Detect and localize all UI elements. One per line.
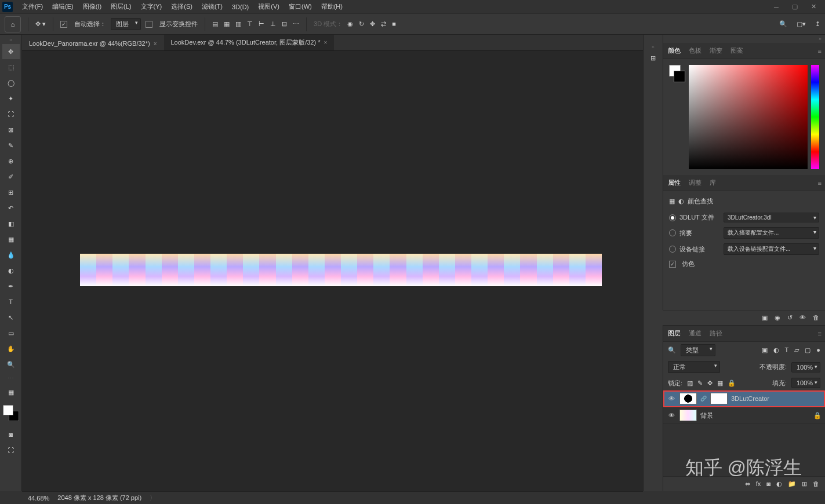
filter-type-icon[interactable]: T <box>785 346 789 354</box>
move-tool[interactable]: ✥ <box>2 44 20 59</box>
layer-name[interactable]: 背景 <box>700 411 713 420</box>
lock-trans-icon[interactable]: ▨ <box>687 379 693 387</box>
more-align-icon[interactable]: ⋯ <box>293 20 299 28</box>
mask-icon[interactable]: ◙ <box>766 480 771 488</box>
filter-toggle[interactable]: ● <box>816 346 820 354</box>
tab-properties[interactable]: 属性 <box>668 178 681 187</box>
filter-adj-icon[interactable]: ◐ <box>773 346 779 354</box>
menu-select[interactable]: 选择(S) <box>166 0 197 13</box>
align-center-h-icon[interactable]: ▦ <box>224 20 230 28</box>
lut-dropdown[interactable]: 3DLutCreator.3dl <box>724 213 819 222</box>
tab-patterns[interactable]: 图案 <box>730 46 743 55</box>
zoom-tool[interactable]: 🔍 <box>2 357 20 372</box>
workspace-icon[interactable]: ▢▾ <box>797 20 806 28</box>
stamp-tool[interactable]: ⊞ <box>2 185 20 200</box>
fx-icon[interactable]: fx <box>756 480 761 488</box>
screen-mode-tool[interactable]: ⛶ <box>2 443 20 458</box>
edit-toolbar[interactable]: ▦ <box>2 385 20 400</box>
layer-row[interactable]: 👁 背景 🔒 <box>663 407 825 424</box>
healing-tool[interactable]: ⊕ <box>2 154 20 169</box>
eye-icon[interactable]: 👁 <box>667 394 676 403</box>
color-swatches[interactable] <box>3 405 19 421</box>
menu-help[interactable]: 帮助(H) <box>317 0 347 13</box>
eye-icon[interactable]: 👁 <box>667 411 676 420</box>
tab-adjustments[interactable]: 调整 <box>689 178 702 187</box>
home-button[interactable]: ⌂ <box>5 16 21 32</box>
lock-all-icon[interactable]: 🔒 <box>728 379 736 387</box>
trash-icon[interactable]: 🗑 <box>813 314 819 322</box>
history-brush-tool[interactable]: ↶ <box>2 200 20 216</box>
lock-pos-icon[interactable]: ✥ <box>707 379 713 387</box>
fill-dropdown[interactable]: 100% <box>791 378 820 388</box>
layer-thumbnail[interactable] <box>679 410 697 421</box>
search-icon[interactable]: 🔍 <box>668 346 676 354</box>
eraser-tool[interactable]: ◧ <box>2 216 20 231</box>
magic-wand-tool[interactable]: ✦ <box>2 91 20 106</box>
visibility-icon[interactable]: 👁 <box>799 314 806 322</box>
close-icon[interactable]: × <box>324 39 327 46</box>
hue-slider[interactable] <box>811 65 819 169</box>
align-left-icon[interactable]: ▤ <box>212 20 218 28</box>
auto-select-checkbox[interactable] <box>60 21 67 28</box>
reset-icon[interactable]: ↺ <box>787 314 793 322</box>
search-icon[interactable]: 🔍 <box>779 20 787 28</box>
menu-image[interactable]: 图像(I) <box>78 0 106 13</box>
device-radio[interactable] <box>669 246 676 253</box>
doc-info[interactable]: 2048 像素 x 128 像素 (72 ppi) <box>57 494 141 502</box>
minimize-button[interactable]: ─ <box>767 0 786 14</box>
align-right-icon[interactable]: ▥ <box>235 20 241 28</box>
tab-color[interactable]: 颜色 <box>668 46 681 55</box>
tab-gradients[interactable]: 渐变 <box>710 46 722 55</box>
document-tab-1[interactable]: LookDev_Panorama.exr @ 44%(RGB/32*)× <box>22 36 164 50</box>
canvas[interactable] <box>22 51 643 491</box>
dodge-tool[interactable]: ◐ <box>2 263 20 278</box>
tab-layers[interactable]: 图层 <box>668 329 681 338</box>
color-field[interactable] <box>689 65 808 169</box>
filter-smart-icon[interactable]: ▢ <box>805 346 811 354</box>
menu-file[interactable]: 文件(F) <box>17 0 48 13</box>
device-dropdown[interactable]: 载入设备链接配置文件... <box>724 243 819 255</box>
dither-checkbox[interactable] <box>669 261 676 268</box>
tab-swatches[interactable]: 色板 <box>689 46 702 55</box>
align-bottom-icon[interactable]: ⊥ <box>270 20 276 28</box>
hand-tool[interactable]: ✋ <box>2 341 20 356</box>
tab-libraries[interactable]: 库 <box>710 178 716 187</box>
bg-swatch[interactable] <box>674 71 685 82</box>
collapsed-panel-icon[interactable]: ⊞ <box>650 54 656 62</box>
filter-shape-icon[interactable]: ▱ <box>794 346 799 354</box>
mask-thumbnail[interactable] <box>710 393 728 404</box>
move-tool-icon[interactable]: ✥ ▾ <box>35 20 46 28</box>
maximize-button[interactable]: ▢ <box>786 0 804 14</box>
close-button[interactable]: ✕ <box>804 0 823 14</box>
blend-mode-dropdown[interactable]: 正常 <box>668 361 720 373</box>
menu-type[interactable]: 文字(Y) <box>136 0 167 13</box>
opacity-dropdown[interactable]: 100% <box>791 362 820 372</box>
layer-thumbnail[interactable] <box>679 393 697 404</box>
menu-filter[interactable]: 滤镜(T) <box>197 0 227 13</box>
lut-radio[interactable] <box>669 214 676 221</box>
clip-icon[interactable]: ▣ <box>762 314 768 322</box>
tab-paths[interactable]: 路径 <box>710 329 722 338</box>
align-middle-icon[interactable]: ⊢ <box>259 20 264 28</box>
menu-3d[interactable]: 3D(D) <box>227 0 253 13</box>
tab-channels[interactable]: 通道 <box>689 329 702 338</box>
menu-window[interactable]: 窗口(W) <box>284 0 317 13</box>
panel-menu-icon[interactable]: ≡ <box>818 48 822 54</box>
new-group-icon[interactable]: 📁 <box>788 480 796 488</box>
path-select-tool[interactable]: ↖ <box>2 310 20 325</box>
zoom-level[interactable]: 44.68% <box>28 495 49 502</box>
menu-edit[interactable]: 编辑(E) <box>48 0 78 13</box>
link-layers-icon[interactable]: ⇔ <box>745 480 750 488</box>
layer-row[interactable]: 👁 🔗 3DLutCreator <box>663 390 825 407</box>
delete-layer-icon[interactable]: 🗑 <box>813 480 819 488</box>
filter-type-dropdown[interactable]: 类型 <box>681 344 715 356</box>
prev-icon[interactable]: ◉ <box>775 314 780 322</box>
rectangle-tool[interactable]: ▭ <box>2 326 20 341</box>
foreground-color[interactable] <box>3 405 13 415</box>
filter-pixel-icon[interactable]: ▣ <box>762 346 768 354</box>
menu-layer[interactable]: 图层(L) <box>106 0 136 13</box>
marquee-tool[interactable]: ⬚ <box>2 60 20 75</box>
lock-pixel-icon[interactable]: ✎ <box>697 379 703 387</box>
lasso-tool[interactable]: ◯ <box>2 75 20 90</box>
show-transform-checkbox[interactable] <box>146 21 152 28</box>
